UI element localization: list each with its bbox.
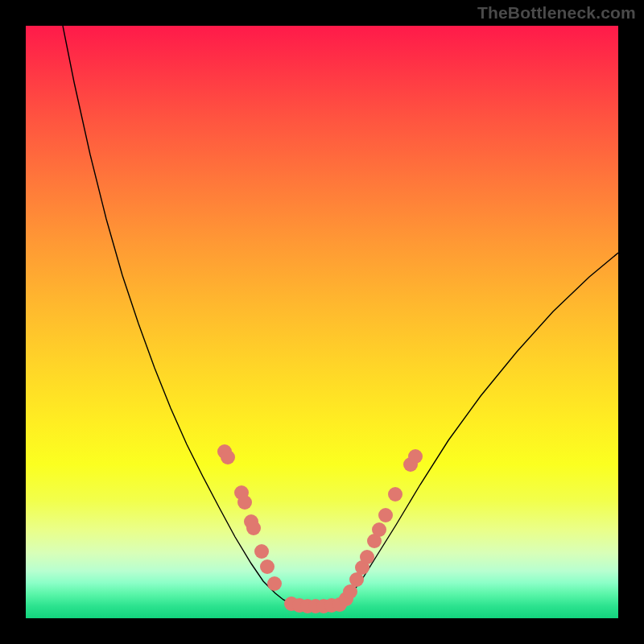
data-point	[221, 450, 235, 464]
watermark-text: TheBottleneck.com	[477, 3, 636, 23]
data-point	[267, 576, 282, 591]
dots-layer	[217, 444, 423, 613]
bottleneck-curve	[63, 26, 618, 606]
data-point	[246, 521, 261, 535]
data-point	[360, 550, 374, 564]
data-point	[372, 522, 386, 537]
curve-layer	[63, 26, 618, 606]
data-point	[260, 559, 275, 574]
data-point	[254, 544, 269, 559]
data-point	[237, 495, 252, 510]
plot-area	[26, 26, 618, 618]
data-point	[408, 449, 423, 464]
chart-svg	[26, 26, 618, 618]
chart-frame: TheBottleneck.com	[0, 0, 644, 644]
data-point	[378, 508, 393, 522]
data-point	[388, 487, 402, 502]
